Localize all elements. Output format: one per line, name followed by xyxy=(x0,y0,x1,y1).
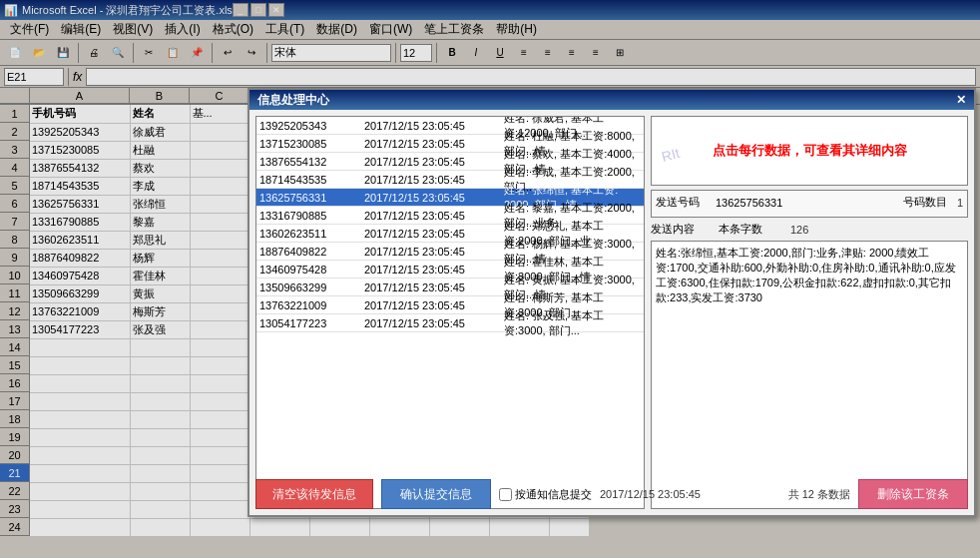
modal-title-bar: 信息处理中心 ✕ xyxy=(249,90,974,110)
send-content-label: 发送内容 xyxy=(651,222,711,237)
info-processing-dialog: 信息处理中心 ✕ 139252053432017/12/15 23:05:45姓… xyxy=(247,88,976,517)
checkbox-label: 按通知信息提交 xyxy=(515,487,592,502)
watermark: RIt xyxy=(660,145,681,165)
message-list[interactable]: 139252053432017/12/15 23:05:45姓名: 徐威君, 基… xyxy=(255,116,645,509)
message-right-panel: RIt 点击每行数据，可查看其详细内容 发送号码 13625756331 号码数… xyxy=(651,116,968,509)
datetime-display: 2017/12/15 23:05:45 xyxy=(600,488,701,500)
send-content-char-count: 126 xyxy=(790,224,808,236)
send-content-text: 姓名:张绵恒,基本工资:2000,部门:业务,津贴: 2000,绩效工资:170… xyxy=(656,247,956,303)
checkbox-area: 按通知信息提交 xyxy=(499,487,592,502)
send-content-char-label: 本条字数 xyxy=(719,222,778,237)
delete-button[interactable]: 删除该工资条 xyxy=(858,479,968,509)
clear-button[interactable]: 清空该待发信息 xyxy=(255,479,373,509)
send-code-label: 发送号码 xyxy=(656,195,716,210)
send-content-header: 发送内容 本条字数 126 xyxy=(651,222,968,237)
list-item[interactable]: 130541772232017/12/15 23:05:45姓名: 张及强, 基… xyxy=(256,314,644,332)
modal-body: 139252053432017/12/15 23:05:45姓名: 徐威君, 基… xyxy=(249,110,974,515)
send-code-count: 1 xyxy=(957,197,963,209)
count-info: 共 12 条数据 xyxy=(788,487,850,502)
send-code-value: 13625756331 xyxy=(716,197,903,209)
send-code-area: 发送号码 13625756331 号码数目 1 xyxy=(651,190,968,218)
message-list-panel: 139252053432017/12/15 23:05:45姓名: 徐威君, 基… xyxy=(255,116,645,509)
confirm-button[interactable]: 确认提交信息 xyxy=(381,479,491,509)
hint-area: RIt 点击每行数据，可查看其详细内容 xyxy=(651,116,968,186)
modal-overlay: 信息处理中心 ✕ 139252053432017/12/15 23:05:45姓… xyxy=(0,0,980,558)
modal-close-button[interactable]: ✕ xyxy=(956,93,966,107)
send-code-row: 发送号码 13625756331 号码数目 1 xyxy=(656,195,963,210)
hint-text: 点击每行数据，可查看其详细内容 xyxy=(713,142,907,160)
notify-checkbox[interactable] xyxy=(499,488,512,501)
modal-bottom-bar: 清空该待发信息 确认提交信息 按通知信息提交 2017/12/15 23:05:… xyxy=(255,479,968,509)
send-code-count-label: 号码数目 xyxy=(903,195,953,210)
send-content-area: 姓名:张绵恒,基本工资:2000,部门:业务,津贴: 2000,绩效工资:170… xyxy=(651,241,968,509)
modal-title-text: 信息处理中心 xyxy=(257,92,956,109)
